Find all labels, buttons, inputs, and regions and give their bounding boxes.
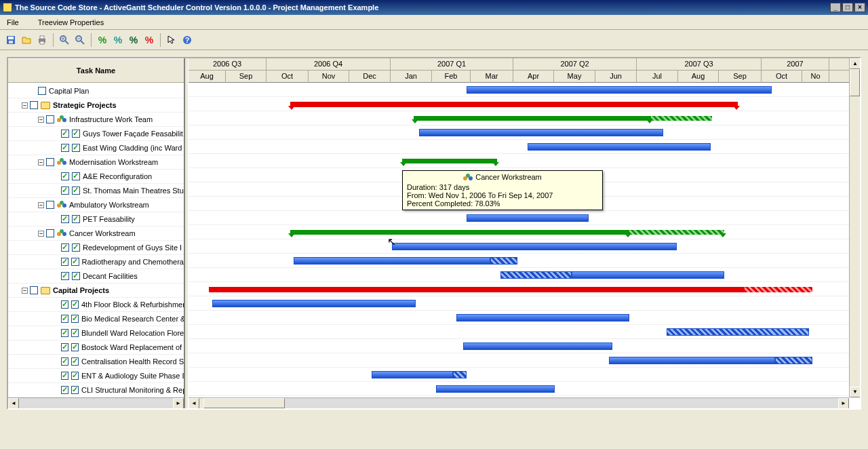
tree-row[interactable]: Guys Tower Façade Feasabilit [8,127,184,141]
percent-green-icon[interactable]: % [96,33,109,47]
close-button[interactable]: × [854,3,865,12]
tree-row[interactable]: Redevelopment of Guys Site I [8,241,184,255]
scroll-left-icon[interactable]: ◄ [189,398,199,408]
gantt-bar[interactable] [745,287,812,292]
checkbox[interactable] [61,372,68,380]
save-icon[interactable] [4,33,18,47]
checkbox[interactable] [61,386,68,394]
gantt-bar[interactable] [629,230,724,235]
checkbox[interactable] [61,315,68,323]
tree-row[interactable]: Radiotherapy and Chemothera [8,255,184,269]
tree-row[interactable]: −Cancer Workstream [8,227,184,241]
percent-darkgreen-icon[interactable]: % [127,33,140,47]
gantt-bar[interactable] [209,287,745,292]
gantt-bar[interactable] [414,116,651,121]
checkbox[interactable] [30,101,38,109]
tree-row[interactable]: Bio Medical Research Center & CR [8,312,184,326]
scroll-up-icon[interactable]: ▲ [850,58,860,69]
expander-icon[interactable]: − [38,202,44,208]
gantt-bar[interactable] [212,300,416,307]
gantt-bar[interactable] [467,214,589,222]
gantt-chart[interactable] [189,83,860,408]
tree-row[interactable]: −Modernisation Workstream [8,155,184,170]
checkbox[interactable] [38,87,46,95]
checkbox[interactable] [61,329,68,337]
scroll-down-icon[interactable]: ▼ [850,387,860,397]
chart-h-scrollbar[interactable]: ◄ ► [189,397,849,408]
tree-row[interactable]: East Wing Cladding (inc Ward [8,141,184,155]
gantt-bar[interactable] [402,159,497,163]
checkbox[interactable] [61,258,68,266]
gantt-bar[interactable] [392,243,677,250]
gantt-bar[interactable] [775,357,812,364]
pointer-icon[interactable] [165,33,178,47]
checkbox[interactable] [61,187,69,195]
checkbox[interactable] [61,130,69,138]
tree-row[interactable]: St. Thomas Main Theatres Stu [8,184,184,198]
expander-icon[interactable]: − [38,159,44,165]
tree-row[interactable]: −Strategic Projects [8,98,184,113]
menu-file[interactable]: File [4,17,22,28]
checkbox[interactable] [61,343,68,351]
checkbox[interactable] [61,300,68,309]
tree-row[interactable]: A&E Reconfiguration [8,170,184,184]
tree-row[interactable]: Centralisation Health Record Stora [8,355,184,369]
tree-row[interactable]: ENT & Audiology Suite Phase II [8,369,184,383]
zoom-out-icon[interactable] [73,33,87,47]
gantt-bar[interactable] [490,257,517,265]
help-icon[interactable]: ? [180,33,194,47]
checkbox[interactable] [61,357,68,366]
gantt-bar[interactable] [372,371,453,378]
minimize-button[interactable]: _ [830,3,841,12]
expander-icon[interactable]: − [38,117,44,123]
percent-red-icon[interactable]: % [142,33,156,47]
scroll-right-icon[interactable]: ► [173,398,184,408]
checkbox[interactable] [46,158,54,166]
gantt-bar[interactable] [651,116,712,121]
scroll-right-icon[interactable]: ► [838,398,849,408]
tree-row[interactable]: −Capital Projects [8,284,184,298]
checkbox[interactable] [30,286,38,294]
expander-icon[interactable]: − [22,288,28,294]
gantt-bar[interactable] [463,343,612,350]
checkbox[interactable] [61,172,69,180]
tree-row[interactable]: −Infrastructure Work Team [8,113,184,127]
tree-row[interactable]: CLI Structural Monitoring & Repair [8,383,184,397]
gantt-bar[interactable] [294,257,490,265]
checkbox[interactable] [61,243,69,252]
task-tree[interactable]: Capital Plan−Strategic Projects−Infrastr… [8,83,184,397]
tree-row[interactable]: Capital Plan [8,84,184,98]
gantt-bar[interactable] [528,143,711,151]
zoom-in-icon[interactable] [58,33,71,47]
tree-row[interactable]: 4th Floor Block & Refurbishment [8,298,184,312]
gantt-bar[interactable] [290,102,738,107]
gantt-bar[interactable] [500,271,572,279]
gantt-bar[interactable] [572,271,724,279]
tree-row[interactable]: −Ambulatory Workstream [8,198,184,212]
checkbox[interactable] [61,272,69,280]
tree-row[interactable]: Bostock Ward Replacement of Wa [8,340,184,355]
print-icon[interactable] [35,33,49,47]
checkbox[interactable] [61,144,69,152]
expander-icon[interactable]: − [22,102,28,109]
gantt-bar[interactable] [290,230,629,235]
gantt-bar[interactable] [453,371,467,378]
gantt-bar[interactable] [419,129,663,136]
scroll-left-icon[interactable]: ◄ [8,398,19,408]
checkbox[interactable] [46,201,54,209]
menu-treeview-properties[interactable]: Treeview Properties [35,17,106,28]
checkbox[interactable] [46,115,54,123]
expander-icon[interactable]: − [38,231,44,237]
maximize-button[interactable]: □ [842,3,853,12]
gantt-bar[interactable] [667,328,809,336]
open-icon[interactable] [20,33,33,47]
tree-h-scrollbar[interactable]: ◄ ► [8,397,184,408]
tree-row[interactable]: Blundell Ward Relocation Florence [8,326,184,340]
gantt-bar[interactable] [456,314,629,321]
chart-v-scrollbar[interactable]: ▲ ▼ [849,58,860,397]
checkbox[interactable] [46,229,54,237]
percent-teal-icon[interactable]: % [111,33,125,47]
gantt-bar[interactable] [436,385,555,393]
checkbox[interactable] [61,215,69,223]
gantt-bar[interactable] [609,357,775,364]
